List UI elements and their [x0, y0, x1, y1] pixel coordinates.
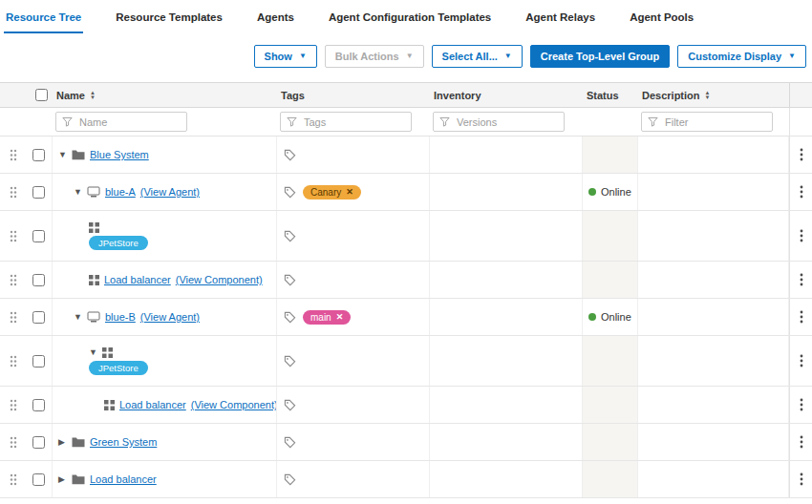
tags-cell [277, 387, 430, 423]
row-menu-button[interactable] [789, 424, 812, 460]
row-menu-button[interactable] [789, 262, 812, 298]
component-pill[interactable]: JPetStore [89, 361, 148, 375]
name-cell: ▼ blue-B (View Agent) [53, 299, 277, 335]
tag-icon[interactable] [284, 399, 296, 411]
tags-filter[interactable] [280, 112, 412, 132]
drag-handle-icon[interactable] [0, 299, 26, 335]
row-checkbox[interactable] [32, 230, 45, 242]
drag-handle-icon[interactable] [0, 424, 26, 460]
column-header-description[interactable]: Description ▲▼ [638, 83, 789, 107]
select-all-button[interactable]: Select All... ▼ [432, 45, 523, 68]
component-icon [102, 347, 113, 358]
name-cell: Load balancer (View Component) [53, 262, 277, 298]
tag-icon[interactable] [284, 230, 296, 242]
sort-icon[interactable]: ▲▼ [705, 91, 711, 100]
show-button[interactable]: Show ▼ [254, 45, 317, 68]
tag-icon[interactable] [284, 274, 296, 286]
remove-tag-icon[interactable]: ✕ [336, 312, 344, 322]
row-checkbox[interactable] [32, 186, 45, 199]
tag-icon[interactable] [284, 355, 296, 368]
inventory-cell [430, 299, 583, 335]
row-checkbox[interactable] [32, 473, 45, 486]
drag-handle-icon[interactable] [0, 174, 26, 210]
tab-agent-relays[interactable]: Agent Relays [524, 11, 597, 33]
view-component-link[interactable]: (View Component) [191, 399, 277, 410]
drag-handle-icon[interactable] [0, 211, 26, 261]
column-header-name[interactable]: Name ▲▼ [53, 83, 277, 107]
row-menu-button[interactable] [789, 174, 812, 210]
create-top-level-group-button[interactable]: Create Top-Level Group [530, 45, 670, 68]
row-menu-button[interactable] [789, 336, 812, 386]
drag-handle-icon[interactable] [0, 336, 26, 386]
collapse-caret-icon[interactable]: ▼ [74, 187, 82, 197]
collapse-caret-icon[interactable]: ▼ [74, 312, 82, 322]
description-filter[interactable] [641, 112, 773, 132]
tag-icon[interactable] [284, 473, 296, 486]
tab-agents[interactable]: Agents [255, 11, 296, 33]
view-agent-link[interactable]: (View Agent) [140, 186, 200, 198]
row-checkbox[interactable] [32, 149, 45, 161]
row-checkbox[interactable] [32, 436, 45, 449]
component-link[interactable]: Load balancer [104, 274, 171, 285]
drag-handle-icon[interactable] [0, 387, 26, 423]
name-cell: ▶ Load balancer [53, 461, 277, 497]
agent-link[interactable]: blue-B [105, 311, 136, 323]
tags-filter-input[interactable] [302, 116, 397, 129]
tag-pill-canary: Canary ✕ [303, 185, 361, 200]
expand-caret-icon[interactable]: ▶ [58, 437, 67, 447]
tag-icon[interactable] [284, 311, 296, 324]
drag-handle-icon[interactable] [0, 136, 26, 173]
name-filter-cell [53, 108, 277, 136]
inventory-filter-input[interactable] [455, 116, 550, 129]
view-agent-link[interactable]: (View Agent) [140, 311, 200, 323]
row-checkbox[interactable] [32, 399, 45, 411]
agent-link[interactable]: blue-A [105, 186, 136, 198]
bulk-actions-button[interactable]: Bulk Actions ▼ [325, 45, 424, 68]
name-cell: ▼ Blue System [53, 136, 277, 173]
tab-agent-configuration-templates[interactable]: Agent Configuration Templates [327, 11, 493, 33]
collapse-caret-icon[interactable]: ▼ [58, 150, 67, 159]
tab-agent-pools[interactable]: Agent Pools [628, 11, 695, 33]
name-filter[interactable] [55, 112, 187, 132]
name-filter-input[interactable] [77, 116, 173, 129]
row-checkbox[interactable] [32, 355, 45, 368]
row-checkbox[interactable] [32, 311, 45, 324]
table-row-load-balancer-3: ▶ Load balancer [0, 461, 812, 498]
component-link[interactable]: Load balancer [119, 399, 186, 410]
tags-column-label: Tags [281, 90, 305, 101]
tag-icon[interactable] [284, 436, 296, 449]
inventory-filter[interactable] [433, 112, 565, 132]
view-component-link[interactable]: (View Component) [176, 274, 263, 285]
row-checkbox-cell [26, 299, 53, 335]
tag-label: Canary [310, 187, 341, 198]
chevron-down-icon: ▼ [299, 52, 307, 60]
tab-resource-templates[interactable]: Resource Templates [114, 11, 224, 33]
component-pill[interactable]: JPetStore [89, 236, 148, 250]
expand-caret-icon[interactable]: ▶ [58, 474, 67, 484]
row-menu-button[interactable] [789, 461, 812, 497]
collapse-caret-icon[interactable]: ▼ [89, 347, 97, 357]
resource-group-link[interactable]: Blue System [90, 149, 149, 160]
resource-group-link[interactable]: Load balancer [90, 473, 157, 485]
drag-handle-icon[interactable] [0, 461, 26, 497]
tag-icon[interactable] [284, 149, 296, 161]
row-menu-button[interactable] [789, 387, 812, 423]
resource-group-link[interactable]: Green System [90, 436, 157, 448]
tag-icon[interactable] [284, 186, 296, 199]
customize-display-button[interactable]: Customize Display ▼ [677, 45, 806, 68]
status-cell: Online [583, 299, 638, 335]
top-tab-bar: Resource Tree Resource Templates Agents … [0, 0, 812, 33]
description-filter-input[interactable] [663, 116, 759, 129]
row-menu-button[interactable] [789, 211, 812, 261]
row-checkbox[interactable] [32, 274, 45, 286]
select-all-checkbox[interactable] [35, 89, 48, 101]
remove-tag-icon[interactable]: ✕ [346, 187, 353, 197]
drag-handle-icon[interactable] [0, 262, 26, 298]
chevron-down-icon: ▼ [406, 52, 414, 60]
sort-icon[interactable]: ▲▼ [90, 91, 96, 100]
row-menu-button[interactable] [789, 299, 812, 335]
description-cell [638, 336, 789, 386]
row-menu-button[interactable] [789, 136, 812, 173]
tab-resource-tree[interactable]: Resource Tree [4, 11, 83, 33]
column-header-tags: Tags [277, 83, 430, 107]
